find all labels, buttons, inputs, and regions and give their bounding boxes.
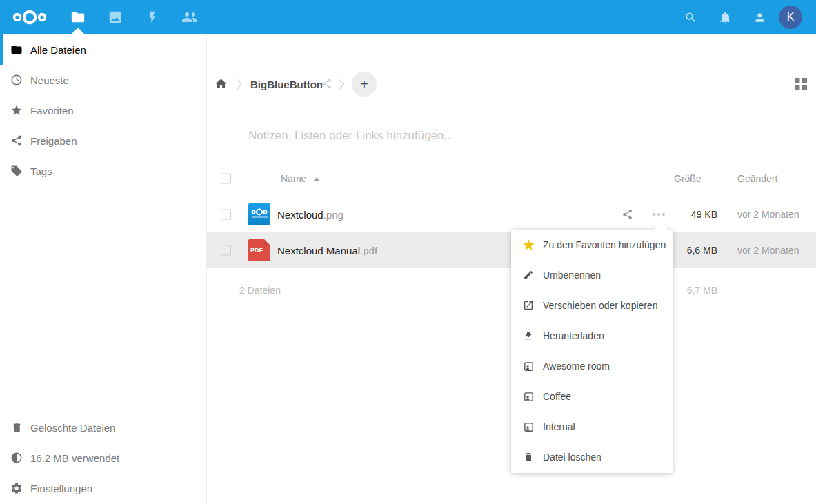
search-button[interactable] [673,0,708,34]
menu-item-rename[interactable]: Umbenennen [511,260,673,290]
sidebar-item-recent[interactable]: Neueste [0,65,206,95]
breadcrumb-current-folder[interactable]: BigBlueButton [250,79,323,90]
column-header-size[interactable]: Größe [674,173,701,184]
sidebar-footer: Gelöschte Dateien 16.2 MB verwendet Eins… [0,412,206,503]
sidebar-item-shares[interactable]: Freigaben [0,125,206,156]
download-icon [521,330,535,341]
menu-item-label: Zu den Favoriten hinzufügen [543,239,666,250]
share-icon[interactable] [621,209,633,221]
sidebar-item-label: Gelöschte Dateien [30,422,115,434]
pencil-icon [521,270,535,281]
home-icon [215,77,231,90]
move-icon [521,300,535,311]
bell-icon [719,11,732,24]
file-name: Nextcloud Manual.pdf [277,245,377,256]
quota-pie-icon [10,452,23,464]
contacts-menu-button[interactable] [742,0,777,34]
folder-icon [70,10,86,25]
active-app-caret [71,28,85,34]
file-actions-menu: Zu den Favoriten hinzufügen Umbenennen V… [511,230,673,473]
sidebar-item-label: 16.2 MB verwendet [30,452,119,464]
folder-icon [10,43,23,56]
app-activity[interactable] [134,0,171,34]
sidebar-item-trash[interactable]: Gelöschte Dateien [0,412,206,443]
clock-icon [10,74,23,86]
app-navigation [59,0,208,34]
sidebar-item-quota[interactable]: 16.2 MB verwendet [0,443,206,473]
grid-icon [795,78,807,90]
add-new-button[interactable]: + [352,72,377,97]
menu-item-move-or-copy[interactable]: Verschieben oder kopieren [511,290,673,321]
menu-item-label: Coffee [543,391,571,402]
room-icon [521,421,535,433]
files-count: 2 Dateien [239,285,281,296]
file-size: 49 KB [648,209,717,220]
menu-item-label: Herunterladen [543,330,604,341]
user-avatar[interactable]: K [779,6,802,29]
select-all-checkbox[interactable] [221,173,231,183]
pdf-fold-cut [264,239,270,245]
menu-item-room-coffee[interactable]: Coffee [511,381,673,412]
sidebar-item-settings[interactable]: Einstellungen [0,473,206,503]
file-name: Nextcloud.png [277,209,344,221]
grid-view-toggle[interactable] [795,78,807,90]
menu-item-label: Datei löschen [543,452,601,463]
file-extension: .pdf [360,245,377,256]
app-files[interactable] [59,0,97,34]
menu-item-room-internal[interactable]: Internal [511,412,673,442]
breadcrumb-share-icon[interactable] [321,78,332,90]
column-header-name[interactable]: Name [281,173,306,184]
menu-caret [654,223,668,230]
sidebar-item-label: Favoriten [30,105,74,117]
sidebar-item-label: Einstellungen [30,483,92,494]
app-sidebar: Alle Dateien Neueste Favoriten Freigaben… [0,34,207,504]
breadcrumb-home-button[interactable] [215,77,231,91]
notes-input[interactable]: Notizen, Listen oder Links hinzufügen... [248,129,454,143]
top-bar: K [0,0,816,34]
column-header-modified[interactable]: Geändert [737,173,777,184]
filelist-header: Name Größe Geändert [207,161,816,196]
sort-ascending-icon [314,177,319,181]
sidebar-item-label: Freigaben [30,135,77,147]
menu-item-delete-file[interactable]: Datei löschen [511,442,673,472]
nextcloud-logo[interactable] [12,8,48,26]
search-icon [684,11,697,24]
avatar-initial: K [787,11,795,23]
file-modified: vor 2 Monaten [737,209,799,220]
row-checkbox[interactable] [221,245,231,256]
people-icon [181,9,198,26]
breadcrumb-separator-icon [338,79,344,90]
notifications-button[interactable] [708,0,742,34]
sidebar-item-label: Tags [30,165,52,177]
lightning-icon [146,10,159,24]
file-extension: .png [324,209,344,221]
menu-item-label: Umbenennen [543,270,601,281]
star-icon [521,239,535,252]
share-icon [10,134,23,147]
file-row-nextcloud-png[interactable]: Nextcloud Hub Nextcloud.png 49 KB vor 2 … [207,196,816,232]
sidebar-item-label: Alle Dateien [30,44,86,56]
trash-icon [521,452,535,463]
menu-item-add-to-favorites[interactable]: Zu den Favoriten hinzufügen [511,230,673,260]
sidebar-item-tags[interactable]: Tags [0,156,206,186]
room-icon [521,391,535,403]
tag-icon [10,165,23,177]
app-photos[interactable] [97,0,134,34]
room-icon [521,361,535,372]
gear-icon [10,482,23,494]
person-icon [753,11,766,24]
menu-item-download[interactable]: Herunterladen [511,321,673,351]
image-thumbnail: Nextcloud Hub [248,203,270,225]
sidebar-item-favorites[interactable]: Favoriten [0,95,206,125]
pdf-label: PDF [250,247,263,254]
sidebar-item-all-files[interactable]: Alle Dateien [0,34,206,65]
star-icon [10,104,23,117]
menu-item-room-awesome-room[interactable]: Awesome room [511,351,673,381]
menu-item-label: Awesome room [543,361,610,372]
photos-icon [108,10,123,25]
row-checkbox[interactable] [221,210,231,220]
file-modified: vor 2 Monaten [737,245,799,256]
app-contacts[interactable] [171,0,208,34]
plus-icon: + [360,76,368,92]
sidebar-item-label: Neueste [30,74,69,86]
